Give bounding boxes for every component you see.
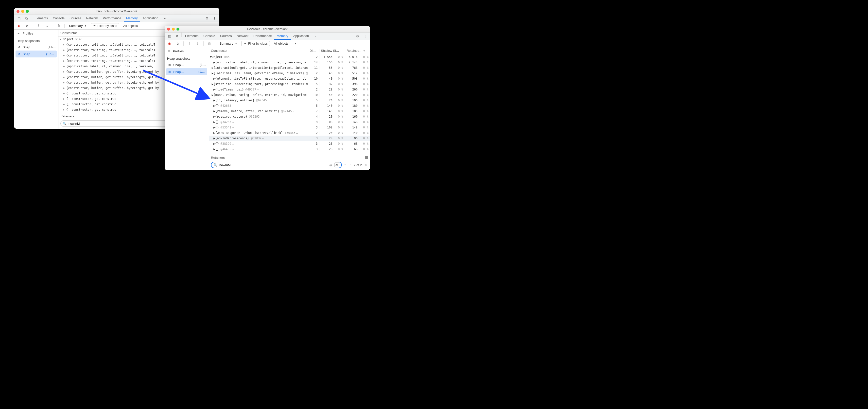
record-icon[interactable]: ◉ <box>16 24 22 28</box>
object-row[interactable]: ▶{element, timeToFirstByte, resourceLoad… <box>209 76 370 81</box>
clear-icon[interactable]: ⊘ <box>24 24 30 28</box>
device-icon[interactable]: ⧉ <box>174 33 180 40</box>
more-tabs-icon[interactable]: » <box>312 33 319 40</box>
object-row[interactable]: ▶{id, latency, entries} @623455240 %1960… <box>209 98 370 103</box>
object-row[interactable]: ▶{} @46455▭3280 %680 % <box>209 146 370 152</box>
disclosure-closed-icon[interactable]: ▶ <box>213 131 215 135</box>
object-row[interactable]: ▶{loadTimes, csi} @49707▭2280 %2600 % <box>209 87 370 92</box>
snapshot-item[interactable]: 🗎Snap…(1.6… <box>14 43 58 51</box>
disclosure-closed-icon[interactable]: ▶ <box>212 93 213 97</box>
more-tabs-icon[interactable]: » <box>161 15 168 22</box>
disclosure-closed-icon[interactable]: ▶ <box>63 60 65 62</box>
object-row[interactable]: ▶{passive, capture} @622934200 %1600 % <box>209 114 370 119</box>
disclosure-closed-icon[interactable]: ▶ <box>213 120 215 124</box>
kebab-icon[interactable]: ⋮ <box>211 15 218 22</box>
object-row[interactable]: ▶{startTime, processingStart, processing… <box>209 81 370 87</box>
object-row[interactable]: ▶{nowInMicroseconds} @62039▭3280 %960 % <box>209 136 370 141</box>
disclosure-closed-icon[interactable]: ▶ <box>63 76 65 79</box>
scope-dropdown[interactable]: All objects <box>272 41 290 46</box>
match-case-button[interactable]: Aa <box>335 163 339 167</box>
tab-network[interactable]: Network <box>235 33 251 40</box>
disclosure-open-icon[interactable]: ▼ <box>210 55 212 59</box>
disclosure-closed-icon[interactable]: ▶ <box>213 142 215 145</box>
object-row[interactable]: ▶{loadTimes, csi, send, getVariableValue… <box>209 70 370 76</box>
disclosure-closed-icon[interactable]: ▶ <box>63 87 65 89</box>
object-row[interactable]: ▶{} @4266351400 %1800 % <box>209 103 370 109</box>
kebab-icon[interactable]: ⋮ <box>362 33 368 40</box>
object-row[interactable]: ▶{} @38399▭3280 %680 % <box>209 141 370 146</box>
disclosure-closed-icon[interactable]: ▶ <box>213 115 215 118</box>
tab-sources[interactable]: Sources <box>67 15 84 22</box>
gc-icon[interactable]: 🗑 <box>206 42 212 46</box>
disclosure-closed-icon[interactable]: ▶ <box>213 98 215 102</box>
snapshot-item[interactable]: 🗎Snap…(1.… <box>166 68 207 75</box>
disclosure-closed-icon[interactable]: ▶ <box>213 147 215 151</box>
import-icon[interactable]: ⭳ <box>44 24 50 28</box>
clear-icon[interactable]: ⊘ <box>175 42 181 46</box>
object-row[interactable]: ▶{} @34253▭31080 %1480 % <box>209 119 370 125</box>
close-search-icon[interactable]: ✕ <box>363 163 368 167</box>
object-row[interactable]: ▶{name, value, rating, delta, entries, i… <box>209 92 370 98</box>
tab-network[interactable]: Network <box>84 15 100 22</box>
disclosure-closed-icon[interactable]: ▶ <box>63 92 65 95</box>
clear-search-icon[interactable]: ⊗ <box>329 163 332 167</box>
col-retained[interactable]: Retained…▼ <box>345 49 370 53</box>
tab-elements[interactable]: Elements <box>183 33 201 40</box>
view-dropdown[interactable]: Summary ▼ <box>218 41 239 46</box>
gc-icon[interactable]: 🗑 <box>56 24 62 28</box>
columns-header[interactable]: Constructor Di… Shallow Si… Retained…▼ <box>209 47 370 54</box>
traffic-lights[interactable] <box>167 28 179 31</box>
disclosure-closed-icon[interactable]: ▶ <box>212 66 213 69</box>
max-dot[interactable] <box>177 28 179 31</box>
profiles-row[interactable]: ≡ Profiles <box>14 30 58 37</box>
export-icon[interactable]: ⭱ <box>186 42 192 46</box>
object-group[interactable]: ▼ Object ×45 2 1 556 0 % 6 616 0 % <box>209 54 370 60</box>
object-row[interactable]: ▶{application_label, cl, command_line, …… <box>209 60 370 65</box>
tab-console[interactable]: Console <box>201 33 218 40</box>
tab-performance[interactable]: Performance <box>100 15 123 22</box>
col-distance[interactable]: Di… <box>308 49 319 53</box>
disclosure-closed-icon[interactable]: ▶ <box>213 110 215 113</box>
filter-input[interactable]: ⏷ Filter by class <box>241 41 270 46</box>
disclosure-closed-icon[interactable]: ▶ <box>63 49 65 51</box>
disclosure-closed-icon[interactable]: ▶ <box>63 43 65 46</box>
filter-input[interactable]: ⏷ Filter by class <box>91 23 119 28</box>
disclosure-closed-icon[interactable]: ▶ <box>213 137 215 140</box>
disclosure-closed-icon[interactable]: ▶ <box>63 81 65 84</box>
export-icon[interactable]: ⭱ <box>35 24 42 28</box>
tab-performance[interactable]: Performance <box>251 33 274 40</box>
prev-match-icon[interactable]: ˄ <box>343 163 347 167</box>
disclosure-open-icon[interactable]: ▼ <box>59 38 62 40</box>
col-constructor[interactable]: Constructor <box>209 49 308 53</box>
snapshot-item[interactable]: 🗎Snap…(1.… <box>165 61 209 68</box>
disclosure-closed-icon[interactable]: ▶ <box>63 54 65 57</box>
close-dot[interactable] <box>167 28 170 31</box>
view-dropdown[interactable]: Summary ▼ <box>67 23 89 28</box>
tab-application[interactable]: Application <box>140 15 161 22</box>
inspect-icon[interactable]: ◫ <box>16 15 23 22</box>
min-dot[interactable] <box>172 28 175 31</box>
tab-elements[interactable]: Elements <box>32 15 50 22</box>
settings-icon[interactable]: ⚙ <box>204 15 211 22</box>
import-icon[interactable]: ⭳ <box>194 42 201 46</box>
record-icon[interactable]: ◉ <box>166 42 173 46</box>
device-icon[interactable]: ⧉ <box>23 15 30 22</box>
snapshot-item[interactable]: 🗎Snap…(1.6… <box>16 51 57 57</box>
disclosure-closed-icon[interactable]: ▶ <box>63 70 65 73</box>
tab-memory[interactable]: Memory <box>274 33 291 40</box>
settings-icon[interactable]: ⚙ <box>354 33 361 40</box>
chevron-down-icon[interactable]: ▼ <box>294 42 297 45</box>
disclosure-closed-icon[interactable]: ▶ <box>212 71 213 75</box>
tab-memory[interactable]: Memory <box>124 15 140 22</box>
inspect-icon[interactable]: ◫ <box>166 33 173 40</box>
tab-application[interactable]: Application <box>291 33 311 40</box>
disclosure-closed-icon[interactable]: ▶ <box>213 88 215 91</box>
disclosure-closed-icon[interactable]: ▶ <box>213 104 215 108</box>
disclosure-closed-icon[interactable]: ▶ <box>213 61 215 64</box>
close-dot[interactable] <box>17 10 20 13</box>
next-match-icon[interactable]: ˅ <box>348 163 352 167</box>
disclosure-closed-icon[interactable]: ▶ <box>213 126 215 129</box>
object-grid[interactable]: ▼ Object ×45 2 1 556 0 % 6 616 0 % ▶{app… <box>209 54 370 154</box>
object-row[interactable]: ▶{remove, before, after, replaceWith} @6… <box>209 109 370 114</box>
max-dot[interactable] <box>26 10 29 13</box>
